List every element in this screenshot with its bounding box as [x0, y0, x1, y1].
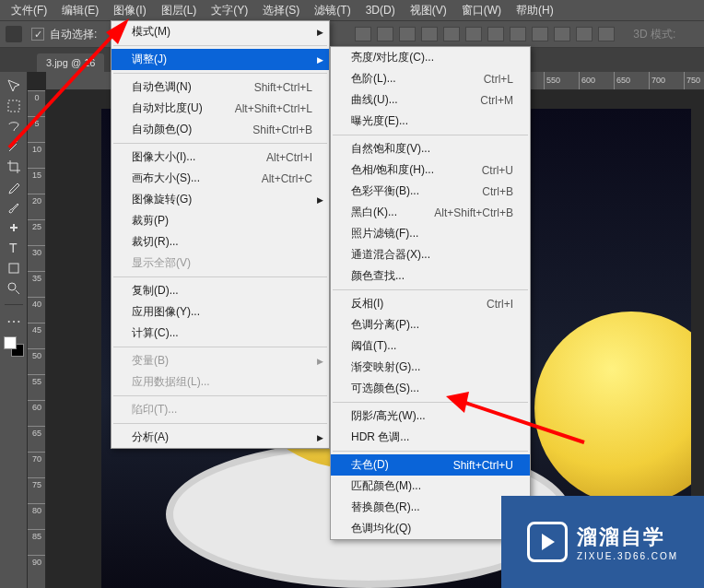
menu-separator	[113, 276, 327, 277]
align-icon[interactable]	[399, 27, 416, 41]
menu-item[interactable]: 通道混合器(X)...	[331, 244, 530, 265]
menu-item[interactable]: 分析(A)▶	[111, 427, 329, 448]
eyedropper-tool-icon[interactable]	[4, 179, 24, 195]
align-icon[interactable]	[532, 27, 548, 41]
menu-item-label: 黑白(K)...	[351, 205, 397, 220]
menu-item[interactable]: 图像旋转(G)▶	[111, 189, 329, 210]
auto-select-checkbox[interactable]	[31, 28, 44, 41]
menu-item: 应用数据组(L)...	[111, 371, 329, 393]
align-icon[interactable]	[598, 27, 615, 41]
menu-item-label: 曲线(U)...	[351, 92, 398, 108]
menubar-item[interactable]: 选择(S)	[255, 1, 307, 20]
ruler-tick: 90	[28, 555, 46, 567]
menu-item[interactable]: 复制(D)...	[111, 280, 329, 301]
menu-item[interactable]: 自然饱和度(V)...	[331, 138, 530, 159]
menubar-item[interactable]: 视图(V)	[403, 1, 454, 20]
healing-tool-icon[interactable]	[4, 219, 24, 236]
align-icon[interactable]	[465, 27, 482, 41]
menu-item-label: 渐变映射(G)...	[351, 359, 420, 375]
menu-item[interactable]: 自动对比度(U)Alt+Shift+Ctrl+L	[111, 98, 329, 119]
more-tools-icon[interactable]: ⋯	[4, 312, 24, 329]
menu-item[interactable]: 裁切(R)...	[111, 231, 329, 253]
menubar-item[interactable]: 帮助(H)	[509, 1, 561, 20]
menu-separator	[113, 423, 327, 424]
wand-tool-icon[interactable]	[4, 138, 24, 155]
menu-item[interactable]: 照片滤镜(F)...	[331, 223, 530, 244]
menu-item[interactable]: 阴影/高光(W)...	[331, 406, 530, 427]
menu-item[interactable]: 亮度/对比度(C)...	[331, 47, 530, 68]
move-tool-icon[interactable]	[4, 77, 24, 94]
menubar-item[interactable]: 图像(I)	[106, 1, 153, 20]
menu-item-label: 曝光度(E)...	[351, 113, 408, 129]
align-icon[interactable]	[576, 27, 593, 41]
align-icon[interactable]	[355, 27, 371, 41]
menu-item[interactable]: 计算(C)...	[111, 323, 329, 344]
menu-item[interactable]: 色调均化(Q)	[331, 518, 530, 539]
menubar-item[interactable]: 滤镜(T)	[307, 1, 358, 20]
menu-item[interactable]: 自动色调(N)Shift+Ctrl+L	[111, 76, 329, 98]
type-tool-icon[interactable]: T	[4, 240, 24, 256]
menu-item[interactable]: 色调分离(P)...	[331, 314, 530, 335]
lasso-tool-icon[interactable]	[4, 118, 24, 135]
menu-item-label: 色彩平衡(B)...	[351, 183, 419, 199]
menu-item-label: 计算(C)...	[132, 325, 179, 341]
menu-item[interactable]: 可选颜色(S)...	[331, 378, 530, 399]
menubar-item[interactable]: 图层(L)	[154, 1, 205, 20]
align-icon[interactable]	[554, 27, 570, 41]
ruler-tick: 50	[28, 348, 46, 360]
3d-mode-label: 3D 模式:	[633, 27, 675, 42]
menu-item[interactable]: 色彩平衡(B)...Ctrl+B	[331, 181, 530, 202]
ruler-tick: 20	[28, 194, 46, 206]
ruler-tick: 750	[684, 72, 700, 90]
foreground-color-swatch[interactable]	[4, 336, 17, 349]
ruler-tick: 15	[28, 168, 46, 180]
menubar-item[interactable]: 3D(D)	[358, 2, 403, 18]
menu-item-label: 图像大小(I)...	[132, 149, 195, 165]
align-icon[interactable]	[443, 27, 460, 41]
menu-item[interactable]: 模式(M)▶	[111, 21, 329, 42]
menu-item[interactable]: 反相(I)Ctrl+I	[331, 293, 530, 314]
menu-item[interactable]: 图像大小(I)...Alt+Ctrl+I	[111, 147, 329, 168]
menu-item[interactable]: 颜色查找...	[331, 265, 530, 287]
svg-text:T: T	[9, 241, 18, 255]
menu-item[interactable]: 去色(D)Shift+Ctrl+U	[331, 454, 530, 476]
menubar: 文件(F)编辑(E)图像(I)图层(L)文字(Y)选择(S)滤镜(T)3D(D)…	[0, 0, 704, 20]
menu-item[interactable]: 色相/饱和度(H)...Ctrl+U	[331, 159, 530, 181]
brush-tool-icon[interactable]	[4, 199, 24, 216]
crop-tool-icon[interactable]	[4, 159, 24, 175]
options-bar: 自动选择: 3D 模式:	[0, 20, 704, 48]
menu-item[interactable]: 匹配颜色(M)...	[331, 476, 530, 497]
menu-item[interactable]: 应用图像(Y)...	[111, 301, 329, 323]
align-icon[interactable]	[510, 27, 526, 41]
color-swatches[interactable]	[4, 336, 24, 357]
marquee-tool-icon[interactable]	[4, 98, 24, 114]
menu-item[interactable]: 调整(J)▶	[111, 49, 329, 70]
menu-item[interactable]: 色阶(L)...Ctrl+L	[331, 68, 530, 89]
zoom-tool-icon[interactable]	[4, 280, 24, 297]
document-tab[interactable]: 3.jpg @ 16	[37, 53, 104, 72]
menu-item[interactable]: HDR 色调...	[331, 427, 530, 448]
menubar-item[interactable]: 文件(F)	[4, 1, 54, 20]
ruler-tick: 55	[28, 374, 46, 386]
menu-item-shortcut: Ctrl+L	[484, 73, 513, 86]
menu-item[interactable]: 曝光度(E)...	[331, 111, 530, 132]
menu-item-shortcut: Ctrl+U	[482, 164, 513, 177]
menubar-item[interactable]: 窗口(W)	[454, 1, 509, 20]
align-icon[interactable]	[377, 27, 393, 41]
menu-item[interactable]: 画布大小(S)...Alt+Ctrl+C	[111, 168, 329, 189]
align-icon[interactable]	[421, 27, 438, 41]
menubar-item[interactable]: 编辑(E)	[54, 1, 106, 20]
shape-tool-icon[interactable]	[4, 260, 24, 276]
menu-item-label: 阈值(T)...	[351, 338, 396, 354]
menu-item-label: 反相(I)	[351, 296, 383, 312]
menu-item[interactable]: 渐变映射(G)...	[331, 357, 530, 378]
menu-item[interactable]: 黑白(K)...Alt+Shift+Ctrl+B	[331, 202, 530, 223]
menu-item[interactable]: 自动颜色(O)Shift+Ctrl+B	[111, 119, 329, 140]
menu-item[interactable]: 阈值(T)...	[331, 335, 530, 357]
menu-item[interactable]: 裁剪(P)	[111, 210, 329, 231]
menu-item[interactable]: 曲线(U)...Ctrl+M	[331, 89, 530, 111]
align-icon[interactable]	[487, 27, 504, 41]
menu-item[interactable]: 替换颜色(R)...	[331, 497, 530, 518]
menu-item-label: 阴影/高光(W)...	[351, 408, 426, 424]
menubar-item[interactable]: 文字(Y)	[204, 1, 255, 20]
